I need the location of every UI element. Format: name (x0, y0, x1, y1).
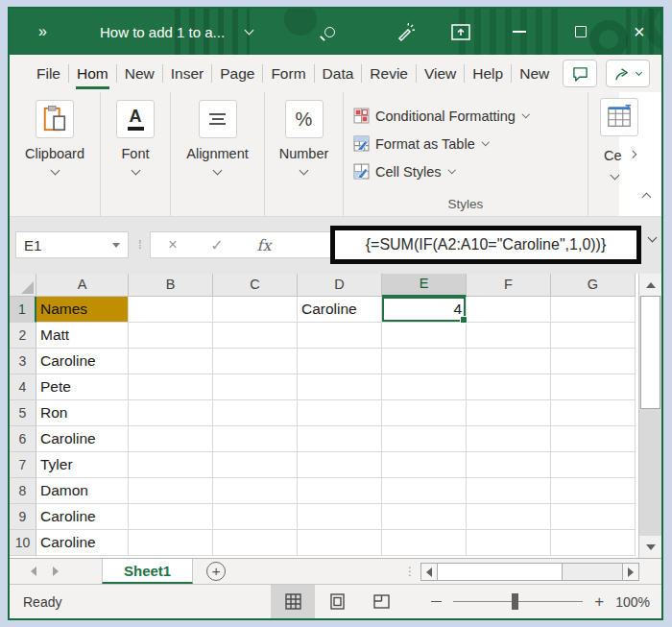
previous-sheet-button[interactable] (31, 567, 36, 576)
column-header-B[interactable]: B (129, 274, 213, 297)
scroll-left-button[interactable] (421, 564, 438, 580)
ribbon-group-clipboard[interactable]: Clipboard (10, 92, 101, 216)
row-header-3[interactable]: 3 (10, 349, 36, 374)
conditional-formatting-button[interactable]: Conditional Formatting (353, 102, 528, 130)
cell-F5[interactable] (467, 400, 551, 426)
cell-G1[interactable] (551, 297, 636, 323)
cell-F6[interactable] (467, 426, 551, 452)
cell-D8[interactable] (298, 478, 382, 504)
column-header-E[interactable]: E (382, 274, 467, 297)
row-header-4[interactable]: 4 (10, 374, 36, 400)
search-button[interactable] (324, 9, 335, 55)
tab-insert[interactable]: Inser (163, 55, 211, 92)
paste-button[interactable] (36, 100, 74, 138)
font-button[interactable]: A (116, 100, 155, 138)
cell-E2[interactable] (382, 323, 467, 349)
cell-C8[interactable] (213, 478, 298, 504)
cell-F9[interactable] (467, 504, 551, 530)
cell-G4[interactable] (551, 374, 636, 400)
cell-D4[interactable] (298, 374, 382, 400)
column-header-F[interactable]: F (467, 274, 551, 297)
draw-pointer-button[interactable] (396, 9, 416, 55)
cell-E5[interactable] (382, 400, 467, 426)
cell-A5[interactable]: Ron (36, 400, 129, 426)
cell-A9[interactable]: Caroline (36, 504, 129, 530)
cell-styles-button[interactable]: Cell Styles (353, 157, 454, 185)
tab-home[interactable]: Hom (69, 55, 116, 92)
tab-page-layout[interactable]: Page (212, 55, 262, 92)
enter-entry-button[interactable]: ✓ (195, 236, 239, 254)
zoom-out-button[interactable] (431, 601, 442, 603)
cell-D2[interactable] (298, 323, 382, 349)
row-header-2[interactable]: 2 (10, 323, 36, 349)
cell-G10[interactable] (551, 530, 636, 556)
cell-B1[interactable] (129, 297, 213, 323)
cell-C3[interactable] (213, 349, 298, 374)
cell-A8[interactable]: Damon (36, 478, 129, 504)
cell-B3[interactable] (129, 349, 213, 374)
tab-view[interactable]: View (417, 55, 464, 92)
clipboard-chevron-icon[interactable] (50, 166, 60, 176)
cell-D3[interactable] (298, 349, 382, 374)
cell-A1[interactable]: Names (36, 297, 129, 323)
cell-F4[interactable] (467, 374, 551, 400)
cell-B9[interactable] (129, 504, 213, 530)
row-header-6[interactable]: 6 (10, 426, 36, 452)
quick-access-overflow-button[interactable]: » (38, 9, 46, 55)
cell-E7[interactable] (382, 452, 467, 478)
zoom-percentage[interactable]: 100% (615, 594, 650, 610)
tab-review[interactable]: Revie (362, 55, 416, 92)
alignment-button[interactable] (199, 100, 237, 138)
name-box[interactable]: E1 (15, 231, 129, 258)
cell-D10[interactable] (298, 530, 382, 556)
tab-new-1[interactable]: New (117, 55, 162, 92)
cells-button[interactable] (600, 98, 638, 136)
vertical-scroll-thumb[interactable] (640, 296, 660, 409)
cancel-entry-button[interactable]: × (151, 236, 195, 253)
cell-C9[interactable] (213, 504, 298, 530)
row-header-9[interactable]: 9 (10, 504, 36, 530)
comments-button[interactable] (563, 60, 597, 87)
cell-E6[interactable] (382, 426, 467, 452)
format-as-table-button[interactable]: Format as Table (353, 130, 488, 157)
cell-D1[interactable]: Caroline (298, 297, 382, 323)
close-button[interactable]: × (634, 9, 645, 55)
horizontal-scroll-thumb[interactable] (438, 564, 563, 580)
document-title[interactable]: How to add 1 to a... (100, 9, 252, 55)
insert-function-button[interactable]: fx (239, 236, 289, 254)
zoom-slider[interactable] (453, 601, 583, 603)
cell-C7[interactable] (213, 452, 298, 478)
cell-B7[interactable] (129, 452, 213, 478)
cell-F8[interactable] (467, 478, 551, 504)
tab-help[interactable]: Help (465, 55, 511, 92)
alignment-chevron-icon[interactable] (213, 166, 223, 176)
font-chevron-icon[interactable] (131, 166, 140, 176)
row-header-8[interactable]: 8 (10, 478, 36, 504)
cell-E3[interactable] (382, 349, 467, 374)
column-header-C[interactable]: C (213, 274, 298, 297)
name-box-dropdown-icon[interactable] (112, 243, 120, 248)
cell-G7[interactable] (551, 452, 636, 478)
cell-G9[interactable] (551, 504, 636, 530)
page-break-preview-button[interactable] (359, 585, 403, 618)
column-header-D[interactable]: D (298, 274, 382, 297)
cell-D5[interactable] (298, 400, 382, 426)
cell-E8[interactable] (382, 478, 467, 504)
share-button[interactable] (606, 60, 650, 87)
next-sheet-button[interactable] (53, 567, 59, 576)
cell-C2[interactable] (213, 323, 298, 349)
column-header-A[interactable]: A (36, 274, 129, 297)
cell-C10[interactable] (213, 530, 298, 556)
restore-window-button[interactable] (451, 9, 470, 55)
select-all-button[interactable] (10, 274, 36, 297)
cell-F2[interactable] (467, 323, 551, 349)
cell-B2[interactable] (129, 323, 213, 349)
vertical-scrollbar[interactable] (638, 274, 661, 558)
cell-B5[interactable] (129, 400, 213, 426)
scroll-right-button[interactable] (622, 564, 638, 580)
row-header-1[interactable]: 1 (10, 297, 36, 323)
cell-D6[interactable] (298, 426, 382, 452)
scroll-down-button[interactable] (639, 536, 661, 558)
cell-B4[interactable] (129, 374, 213, 400)
cell-D9[interactable] (298, 504, 382, 530)
